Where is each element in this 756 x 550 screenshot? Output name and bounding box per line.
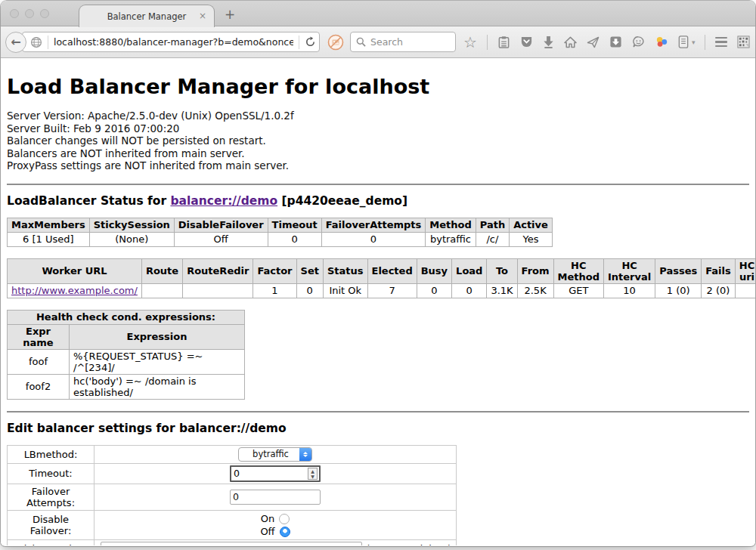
col-header: Set [296,258,323,283]
download-icon[interactable] [543,36,554,48]
form-row-timeout: Timeout: ▲▼ [8,463,457,484]
cell-path: /c/ [476,232,509,246]
timeout-input[interactable] [231,468,308,479]
search-icon [356,37,366,47]
col-header: Busy [417,258,451,283]
search-bar[interactable] [350,32,456,52]
server-built-line: Server Built: Feb 9 2016 07:00:20 [7,122,749,135]
col-header: HC Interval [603,258,655,283]
table-header-row: Worker URL Route RouteRedir Factor Set S… [8,258,756,283]
col-header: Factor [253,258,296,283]
cell-stickysession: (None) [89,232,174,246]
cell-to: 3.1K [487,283,517,298]
number-spinner-icon[interactable]: ▲▼ [308,468,318,480]
balancer-demo-link[interactable]: balancer://demo [170,194,277,208]
col-header: Timeout [268,218,321,232]
cell-worker-url: http://www.example.com/ [8,283,142,298]
tab-balancer-manager[interactable]: Balancer Manager × [79,5,215,27]
reading-list-icon[interactable] [497,36,510,49]
back-arrow-icon: ← [11,35,20,49]
form-row-lbmethod: LBmethod: bytraffic [8,445,457,463]
toolbar-separator [487,35,488,50]
cell-expr-name: foof2 [8,374,70,399]
cell-fails: 2 (0) [702,283,736,298]
send-icon[interactable] [587,36,600,48]
cell-disablefailover: Off [174,232,268,246]
disable-failover-off-radio[interactable] [280,527,290,537]
section-divider [7,184,749,185]
page-title: Load Balancer Manager for localhost [7,75,749,98]
page-content: Load Balancer Manager for localhost Serv… [1,58,755,545]
minimize-window-button[interactable] [25,9,34,18]
lbmethod-selected-value: bytraffic [239,449,299,459]
tab-bar: Balancer Manager × + [1,1,755,26]
col-header: HC uri [735,258,755,283]
worker-url-link[interactable]: http://www.example.com/ [11,285,138,296]
lbmethod-label: LBmethod: [8,445,94,463]
bookmark-star-icon[interactable]: ☆ [463,35,477,50]
col-header: Active [510,218,553,232]
notes-list-icon [678,36,689,48]
home-icon[interactable] [564,36,577,48]
radio-on-label: On [261,513,274,524]
table-row: foof2 hc('body') =~ /domain is establish… [8,374,245,399]
col-header: Expression [70,324,245,349]
cell-maxmembers: 6 [1 Used] [8,232,90,246]
cell-load: 0 [452,283,487,298]
reload-icon[interactable] [305,36,316,48]
form-row-failover-attempts: Failover Attempts: [8,484,457,510]
close-window-button[interactable] [10,9,19,18]
col-header: To [487,258,517,283]
failover-attempts-label: Failover Attempts: [8,484,94,510]
failover-attempts-input[interactable] [230,490,321,505]
col-header: From [517,258,553,283]
navigation-toolbar: ← localhost:8880/balancer-manager?b=demo… [1,26,755,58]
cell-from: 2.5K [517,283,553,298]
cell-routeredir [183,283,253,298]
timeout-label: Timeout: [8,463,94,484]
session-manager-button[interactable]: ▾ [678,36,696,48]
menu-hamburger-icon[interactable] [715,37,727,48]
browser-window: Balancer Manager × + ← localhost:8880/ba… [1,1,755,546]
search-input[interactable] [370,36,446,48]
chat-smiley-icon[interactable] [632,36,645,48]
col-header: Elected [367,258,417,283]
blocked-content-icon[interactable] [327,34,344,51]
cell-factor: 1 [253,283,296,298]
new-tab-button[interactable]: + [225,7,235,22]
zoom-window-button[interactable] [40,9,49,18]
col-header: Method [426,218,476,232]
cell-expression: hc('body') =~ /domain is established/ [70,374,245,399]
cell-set: 0 [296,283,323,298]
cell-passes: 1 (0) [655,283,702,298]
lbmethod-select[interactable]: bytraffic [238,447,312,462]
sticky-session-input[interactable] [101,542,362,545]
col-header: HC Method [553,258,603,283]
heading-text: LoadBalancer Status for [7,194,170,208]
url-bar[interactable]: localhost:8880/balancer-manager?b=demo&n… [22,32,320,52]
server-version-line: Server Version: Apache/2.5.0-dev (Unix) … [7,110,749,122]
col-header: Status [323,258,367,283]
pocket-icon[interactable] [520,36,533,48]
heading-text: [p4420eeae_demo] [277,194,407,208]
toolbar-buttons: ☆ [463,35,750,50]
tab-download-icon[interactable] [609,36,622,48]
sticky-session-hint: (Use '-' to delete) [366,543,451,545]
tab-title: Balancer Manager [107,11,187,22]
cell-active: Yes [510,232,553,246]
col-header: RouteRedir [183,258,253,283]
back-button[interactable]: ← [5,32,26,53]
health-check-table: Health check cond. expressions: Expr nam… [7,310,245,400]
col-header: MaxMembers [8,218,90,232]
urlbar-divider [299,36,299,49]
colored-dots-extension-icon[interactable] [655,36,668,48]
col-header: DisableFailover [174,218,268,232]
close-tab-icon[interactable]: × [199,11,206,20]
url-text[interactable]: localhost:8880/balancer-manager?b=demo&n… [54,36,293,48]
disable-failover-on-radio[interactable] [279,514,290,524]
col-header: Passes [655,258,702,283]
pixel-grid-extension-icon[interactable] [737,36,750,48]
cell-hc-method: GET [553,283,603,298]
cell-status: Init Ok [323,283,367,298]
cell-hc-interval: 10 [603,283,655,298]
